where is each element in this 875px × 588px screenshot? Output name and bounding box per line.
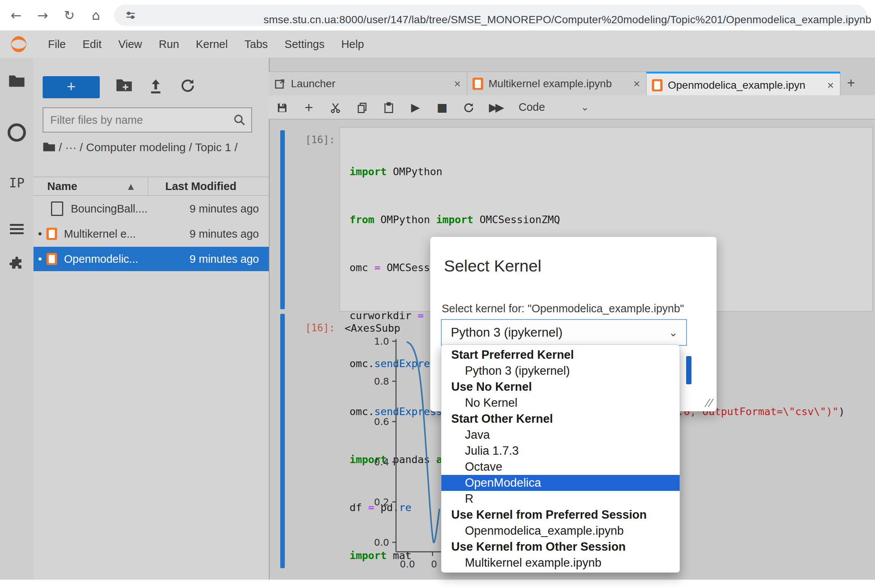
column-last-modified[interactable]: Last Modified: [165, 180, 236, 193]
paste-cells-icon[interactable]: [375, 101, 402, 113]
select-button-partial[interactable]: [686, 356, 691, 384]
x-tick: 0: [431, 559, 437, 570]
url-text: smse.stu.cn.ua:8000/user/147/lab/tree/SM…: [263, 14, 872, 26]
close-icon[interactable]: ×: [827, 79, 834, 92]
breadcrumb[interactable]: / ··· / Computer modeling / Topic 1 /: [43, 139, 258, 156]
file-row-multikernel[interactable]: • Multikernel e... 9 minutes ago: [34, 222, 269, 246]
new-folder-icon[interactable]: [116, 78, 134, 96]
y-tick: 0.2: [374, 497, 389, 508]
tab-openmodelica-example[interactable]: Openmodelica_example.ipyn ×: [647, 72, 840, 97]
ip-console-icon[interactable]: IP: [0, 175, 34, 190]
table-of-contents-icon[interactable]: [0, 222, 34, 236]
file-row-openmodelica[interactable]: • Openmodelic... 9 minutes ago: [34, 247, 269, 271]
refresh-icon[interactable]: [180, 78, 198, 96]
input-prompt: [16]:: [288, 134, 335, 145]
file-list-header: Name ▲ Last Modified: [34, 177, 269, 196]
close-icon[interactable]: ×: [633, 77, 640, 90]
dialog-resize-handle[interactable]: //: [704, 397, 715, 408]
dialog-label: Select kernel for: "Openmodelica_example…: [442, 302, 684, 315]
add-cell-icon[interactable]: +: [295, 101, 322, 114]
sort-asc-icon[interactable]: ▲: [128, 182, 134, 191]
kernel-select-control[interactable]: Python 3 (ipykernel) ⌄: [441, 319, 687, 346]
notebook-icon: [652, 79, 663, 91]
home-icon[interactable]: ⌂: [88, 7, 104, 24]
y-tick: 0.4: [374, 457, 389, 468]
filter-placeholder: Filter files by name: [50, 114, 233, 126]
menu-kernel[interactable]: Kernel: [187, 31, 236, 58]
address-bar[interactable]: smse.stu.cn.ua:8000/user/147/lab/tree/SM…: [114, 5, 867, 26]
filter-files-input[interactable]: Filter files by name: [43, 107, 252, 133]
kernel-group-use-no-kernel: Use No Kernel: [441, 379, 680, 395]
kernel-option-multikernel-session[interactable]: Multikernel example.ipynb: [441, 555, 680, 571]
running-sessions-icon[interactable]: [0, 123, 34, 142]
kernel-option-openmodelica[interactable]: OpenModelica: [441, 475, 680, 491]
new-launcher-button[interactable]: +: [43, 76, 100, 98]
kernel-option-python3[interactable]: Python 3 (ipykernel): [441, 363, 680, 379]
notebook-icon: [46, 253, 57, 265]
jupyter-logo: [8, 35, 29, 54]
reload-icon[interactable]: ↻: [61, 7, 78, 24]
browser-toolbar: ← → ↻ ⌂ smse.stu.cn.ua:8000/user/147/lab…: [0, 0, 875, 31]
search-icon: [233, 113, 246, 126]
menu-edit[interactable]: Edit: [74, 31, 110, 58]
run-all-icon[interactable]: ▶▶: [482, 101, 509, 114]
breadcrumb-path: / ··· / Computer modeling / Topic 1 /: [59, 141, 238, 153]
file-icon: [51, 201, 63, 216]
y-tick: 0.8: [374, 376, 389, 387]
tab-multikernel-example[interactable]: Multikernel example.ipynb ×: [467, 72, 647, 96]
home-folder-icon[interactable]: [43, 142, 56, 152]
menu-file[interactable]: File: [40, 31, 74, 58]
site-settings-icon[interactable]: [126, 10, 136, 20]
active-cell-collapser[interactable]: [280, 130, 285, 309]
kernel-group-start-other: Start Other Kernel: [441, 411, 680, 427]
new-tab-button[interactable]: +: [840, 72, 862, 95]
copy-cells-icon[interactable]: [349, 101, 375, 113]
menu-items: File Edit View Run Kernel Tabs Settings …: [40, 31, 372, 58]
cut-cells-icon[interactable]: [322, 101, 349, 113]
run-cell-icon[interactable]: ▶: [402, 101, 429, 114]
y-tick: 0.0: [374, 537, 389, 548]
close-icon[interactable]: ×: [454, 77, 461, 90]
output-repr-text: <AxesSubp: [345, 322, 400, 334]
save-icon[interactable]: [269, 101, 295, 113]
y-tick: 1.0: [374, 336, 389, 347]
menu-settings[interactable]: Settings: [276, 31, 333, 58]
upload-icon[interactable]: [148, 78, 166, 96]
tab-launcher[interactable]: Launcher ×: [269, 72, 467, 96]
restart-kernel-icon[interactable]: [455, 101, 482, 113]
kernel-option-octave[interactable]: Octave: [441, 459, 680, 475]
kernel-group-other-session: Use Kernel from Other Session: [441, 539, 680, 555]
kernel-option-julia[interactable]: Julia 1.7.3: [441, 443, 680, 459]
x-tick: 0.0: [400, 559, 415, 570]
jupyterlab-window: ← → ↻ ⌂ smse.stu.cn.ua:8000/user/147/lab…: [0, 0, 875, 588]
menu-tabs[interactable]: Tabs: [236, 31, 276, 58]
activity-bar: IP: [0, 58, 34, 580]
kernel-option-r[interactable]: R: [441, 491, 680, 507]
menu-help[interactable]: Help: [333, 31, 372, 58]
extension-manager-icon[interactable]: [0, 256, 34, 272]
page-bottom-margin: [0, 580, 875, 588]
notebook-toolbar: + ▶ ■ ▶▶ Code ⌄: [269, 95, 875, 120]
column-name[interactable]: Name: [47, 180, 77, 193]
launcher-icon: [274, 78, 286, 89]
kernel-group-start-preferred: Start Preferred Kernel: [441, 347, 680, 363]
forward-icon[interactable]: →: [34, 7, 51, 24]
stop-kernel-icon[interactable]: ■: [429, 101, 455, 114]
back-icon[interactable]: ←: [8, 7, 24, 24]
kernel-option-no-kernel[interactable]: No Kernel: [441, 395, 680, 411]
notebook-icon: [46, 228, 57, 240]
output-cell-collapser[interactable]: [280, 314, 285, 568]
kernel-option-openmodelica-session[interactable]: Openmodelica_example.ipynb: [441, 523, 680, 539]
output-prompt: [16]:: [288, 322, 335, 334]
menu-view[interactable]: View: [110, 31, 150, 58]
menu-run[interactable]: Run: [150, 31, 187, 58]
kernel-dropdown-menu: Start Preferred Kernel Python 3 (ipykern…: [441, 344, 680, 573]
kernel-option-java[interactable]: Java: [441, 427, 680, 443]
file-row-bouncingball[interactable]: BouncingBall.... 9 minutes ago: [34, 197, 269, 221]
file-browser-icon[interactable]: [0, 74, 34, 88]
y-tick: 0.6: [374, 416, 389, 427]
running-dot: •: [34, 252, 46, 265]
menu-bar: File Edit View Run Kernel Tabs Settings …: [0, 30, 875, 58]
dialog-title: Select Kernel: [444, 257, 541, 275]
cell-type-select[interactable]: Code ⌄: [519, 101, 589, 113]
